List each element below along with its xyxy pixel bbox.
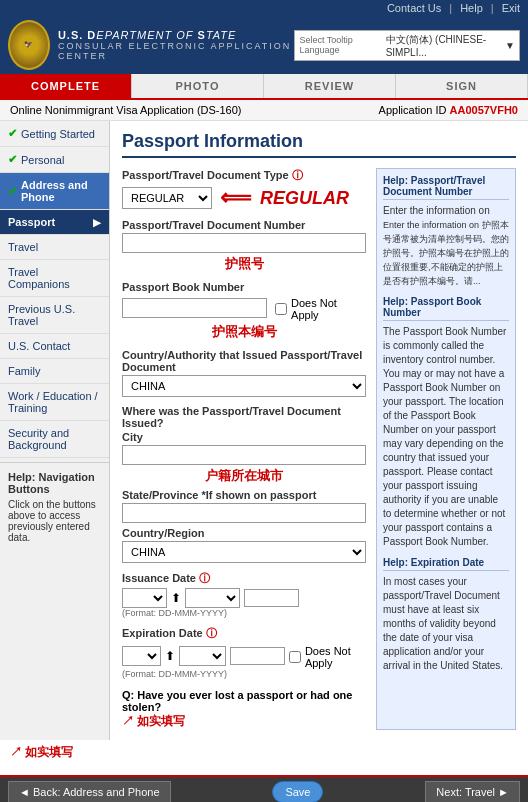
issuance-day-select[interactable] — [122, 588, 167, 608]
passport-book-label: Passport Book Number — [122, 281, 366, 293]
issuing-country-select[interactable]: CHINA — [122, 375, 366, 397]
back-button[interactable]: ◄ Back: Address and Phone — [8, 781, 171, 802]
help-passport-book-section: Help: Passport Book Number The Passport … — [383, 296, 509, 549]
expiration-day-select[interactable] — [122, 646, 161, 666]
expiration-info-icon: ⓘ — [206, 627, 217, 639]
passport-book-input[interactable] — [122, 298, 267, 318]
form-left: Passport/Travel Document Type ⓘ REGULAR … — [122, 168, 366, 730]
sidebar: ✔ Getting Started ✔ Personal ✔ Address a… — [0, 121, 110, 740]
country-group: Country/Region CHINA — [122, 527, 366, 563]
lang-selected: 中文(简体) (CHINESE-SIMPLI... — [386, 33, 501, 58]
does-not-apply-row: Does Not Apply — [275, 297, 366, 321]
city-group: City 户籍所在城市 — [122, 431, 366, 485]
exit-link[interactable]: Exit — [502, 2, 520, 14]
bottom-annotation-text: ↗ 如实填写 — [10, 745, 73, 759]
tab-sign[interactable]: SIGN — [396, 74, 528, 98]
app-bar: Online Nonimmigrant Visa Application (DS… — [0, 100, 528, 121]
state-group: State/Province *If shown on passport — [122, 489, 366, 523]
sidebar-item-work[interactable]: Work / Education / Training — [0, 384, 109, 421]
issuance-date-group: Issuance Date ⓘ ⬆ (Format: DD-MMM-YYYY) — [122, 571, 366, 618]
sidebar-item-family[interactable]: Family — [0, 359, 109, 384]
content-area: Passport Information Passport/Travel Doc… — [110, 121, 528, 740]
top-bar: Contact Us | Help | Exit — [0, 0, 528, 16]
country-label: Country/Region — [122, 527, 366, 539]
help-expiration-text: In most cases your passport/Travel Docum… — [383, 575, 509, 673]
issuing-country-label: Country/Authority that Issued Passport/T… — [122, 349, 366, 373]
issuance-info-icon: ⓘ — [199, 572, 210, 584]
sidebar-item-travel[interactable]: Travel — [0, 235, 109, 260]
does-not-apply-label: Does Not Apply — [291, 297, 366, 321]
passport-type-group: Passport/Travel Document Type ⓘ REGULAR … — [122, 168, 366, 211]
passport-type-select[interactable]: REGULAR — [122, 187, 212, 209]
does-not-apply-checkbox[interactable] — [275, 303, 287, 315]
info-icon: ⓘ — [292, 169, 303, 181]
help-expiration-section: Help: Expiration Date In most cases your… — [383, 557, 509, 673]
sidebar-item-personal[interactable]: ✔ Personal — [0, 147, 109, 173]
sidebar-item-passport[interactable]: Passport ▶ — [0, 210, 109, 235]
arrow-icon: ▶ — [93, 217, 101, 228]
tab-photo[interactable]: PHOTO — [132, 74, 264, 98]
book-number-annotation: 护照本编号 — [122, 323, 366, 341]
sidebar-item-address[interactable]: ✔ Address and Phone — [0, 173, 109, 210]
expiration-month-select[interactable] — [179, 646, 226, 666]
expiration-does-not-apply-label: Does Not Apply — [305, 645, 366, 669]
passport-number-group: Passport/Travel Document Number 护照号 — [122, 219, 366, 273]
check-icon: ✔ — [8, 127, 17, 140]
expiration-date-row: ⬆ Does Not Apply — [122, 643, 366, 669]
expiration-date-group: Expiration Date ⓘ ⬆ Does Not Apply (For — [122, 626, 366, 679]
language-selector[interactable]: Select Tooltip Language 中文(简体) (CHINESE-… — [294, 30, 520, 61]
sidebar-item-getting-started[interactable]: ✔ Getting Started — [0, 121, 109, 147]
save-button[interactable]: Save — [272, 781, 323, 802]
expiration-does-not-apply-row: Does Not Apply — [289, 645, 366, 669]
sidebar-item-us-contact[interactable]: U.S. Contact — [0, 334, 109, 359]
passport-number-label: Passport/Travel Document Number — [122, 219, 366, 231]
sidebar-item-security[interactable]: Security and Background — [0, 421, 109, 458]
contact-link[interactable]: Contact Us — [387, 2, 441, 14]
question-section: Q: Have you ever lost a passport or had … — [122, 689, 366, 730]
help-passport-book-text: The Passport Book Number is commonly cal… — [383, 325, 509, 549]
help-passport-book-title: Help: Passport Book Number — [383, 296, 509, 321]
lang-dropdown-icon[interactable]: ▼ — [505, 40, 515, 51]
arrow-annotation: ⟸ — [220, 185, 252, 211]
help-panel: Help: Passport/Travel Document Number En… — [376, 168, 516, 730]
help-link[interactable]: Help — [460, 2, 483, 14]
seal: 🦅 — [8, 20, 50, 70]
passport-book-group: Passport Book Number Does Not Apply 护照本编… — [122, 281, 366, 341]
passport-type-row: REGULAR ⟸ REGULAR — [122, 185, 366, 211]
header: 🦅 U.S. Department of State Consular Elec… — [0, 16, 528, 74]
passport-type-label: Passport/Travel Document Type ⓘ — [122, 168, 366, 183]
state-label: State/Province *If shown on passport — [122, 489, 366, 501]
city-label: City — [122, 431, 366, 443]
passport-number-input[interactable] — [122, 233, 366, 253]
expiration-does-not-apply-checkbox[interactable] — [289, 651, 301, 663]
city-input[interactable] — [122, 445, 366, 465]
app-id: Application ID AA0057VFH0 — [379, 104, 518, 116]
sidebar-item-companions[interactable]: Travel Companions — [0, 260, 109, 297]
issuing-country-group: Country/Authority that Issued Passport/T… — [122, 349, 366, 397]
check-icon: ✔ — [8, 185, 17, 198]
next-button[interactable]: Next: Travel ► — [425, 781, 520, 802]
lang-label: Select Tooltip Language — [299, 35, 377, 55]
page-title: Passport Information — [122, 131, 516, 158]
state-input[interactable] — [122, 503, 366, 523]
sidebar-item-prev-travel[interactable]: Previous U.S. Travel — [0, 297, 109, 334]
header-title: U.S. Department of State Consular Electr… — [58, 29, 295, 61]
main-layout: ✔ Getting Started ✔ Personal ✔ Address a… — [0, 121, 528, 740]
question-label: Q: Have you ever lost a passport or had … — [122, 689, 366, 713]
bottom-annotation: ↗ 如实填写 — [0, 740, 528, 765]
issuance-date-row: ⬆ — [122, 588, 366, 608]
check-icon: ✔ — [8, 153, 17, 166]
issuance-format: (Format: DD-MMM-YYYY) — [122, 608, 366, 618]
expiration-format: (Format: DD-MMM-YYYY) — [122, 669, 366, 679]
issuance-year-input[interactable] — [244, 589, 299, 607]
expiration-year-input[interactable] — [230, 647, 285, 665]
regular-annotation: REGULAR — [260, 188, 349, 209]
tab-complete[interactable]: COMPLETE — [0, 74, 132, 98]
tab-review[interactable]: REVIEW — [264, 74, 396, 98]
country-select[interactable]: CHINA — [122, 541, 366, 563]
help-passport-doc-text: Enter the information on Enter the infor… — [383, 204, 509, 288]
passport-number-annotation: 护照号 — [122, 255, 366, 273]
city-annotation: 户籍所在城市 — [122, 467, 366, 485]
annotation-arrow: ↗ — [122, 714, 134, 728]
issuance-month-select[interactable] — [185, 588, 240, 608]
